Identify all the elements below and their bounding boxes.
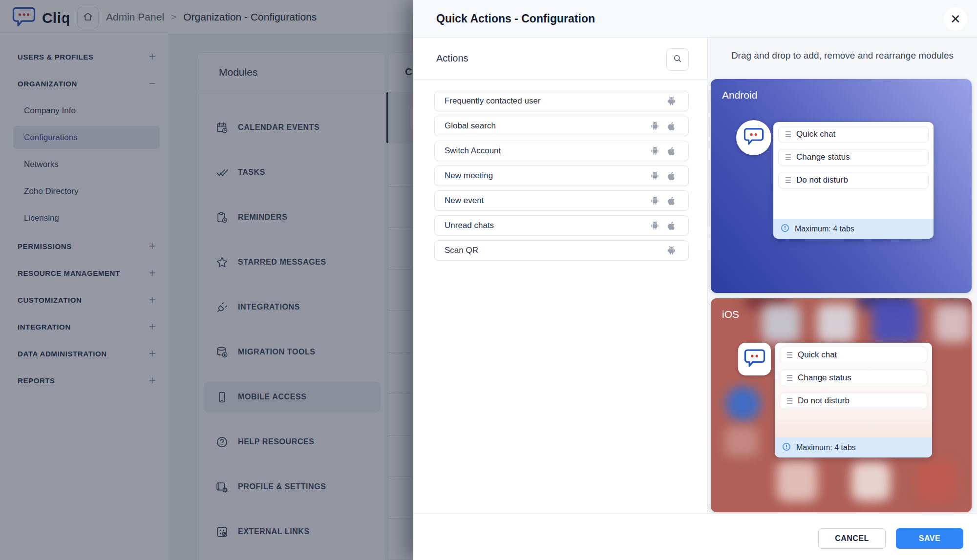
android-max-note: Maximum: 4 tabs xyxy=(773,219,934,239)
actions-heading: Actions xyxy=(436,53,468,64)
tab-label: Do not disturb xyxy=(796,175,848,185)
apple-icon xyxy=(666,221,677,231)
action-item-scan-qr[interactable]: Scan QR xyxy=(434,240,689,261)
action-item-label: New meeting xyxy=(445,171,493,181)
cliq-bubble-icon xyxy=(743,349,766,370)
android-tab-do-not-disturb[interactable]: Do not disturb xyxy=(778,172,929,188)
platform-icons xyxy=(650,146,677,156)
ios-preview-panel: iOS Quick chatChange statusDo not distur… xyxy=(711,298,972,512)
android-icon xyxy=(650,196,660,206)
ios-tabs-card: Quick chatChange statusDo not disturb Ma… xyxy=(775,343,932,457)
drag-handle-icon[interactable] xyxy=(786,154,791,160)
drag-handle-icon[interactable] xyxy=(787,352,792,358)
action-item-global-search[interactable]: Global search xyxy=(434,116,689,136)
ios-tab-do-not-disturb[interactable]: Do not disturb xyxy=(780,393,927,409)
apple-icon xyxy=(666,146,677,156)
android-tab-quick-chat[interactable]: Quick chat xyxy=(778,126,929,143)
cliq-bubble-icon xyxy=(743,127,765,148)
android-icon xyxy=(666,96,677,106)
info-icon xyxy=(780,223,790,235)
max-tabs-text: Maximum: 4 tabs xyxy=(795,225,854,233)
actions-column: Actions Frequently contacted userGlobal … xyxy=(413,38,708,513)
blurred-app-icon xyxy=(851,462,891,501)
action-item-unread-chats[interactable]: Unread chats xyxy=(434,215,689,236)
tab-label: Quick chat xyxy=(796,129,835,139)
blurred-app-icon xyxy=(935,304,971,342)
modal-footer: CANCEL SAVE xyxy=(413,513,977,560)
info-icon xyxy=(782,442,791,454)
action-item-switch-account[interactable]: Switch Account xyxy=(434,141,689,161)
ios-panel-label: iOS xyxy=(722,309,739,320)
action-item-new-event[interactable]: New event xyxy=(434,190,689,211)
android-tab-change-status[interactable]: Change status xyxy=(778,149,929,166)
ios-tabs-list: Quick chatChange statusDo not disturb xyxy=(780,347,927,415)
drag-handle-icon[interactable] xyxy=(786,131,791,137)
tab-label: Do not disturb xyxy=(798,396,850,406)
android-icon xyxy=(650,221,660,231)
modal-header: Quick Actions - Configuration ✕ xyxy=(413,0,977,38)
search-button[interactable] xyxy=(666,48,689,71)
cliq-app-icon xyxy=(738,343,771,375)
drag-handle-icon[interactable] xyxy=(787,398,792,404)
drag-drop-hint: Drag and drop to add, remove and rearran… xyxy=(708,50,977,61)
actions-list: Frequently contacted userGlobal searchSw… xyxy=(434,91,689,265)
drag-handle-icon[interactable] xyxy=(787,375,792,381)
blurred-app-icon xyxy=(777,460,818,501)
action-item-label: Scan QR xyxy=(445,246,478,255)
platform-icons xyxy=(650,121,677,131)
platform-icons xyxy=(650,171,677,181)
save-button[interactable]: SAVE xyxy=(896,528,963,549)
tab-label: Quick chat xyxy=(798,350,837,360)
tab-label: Change status xyxy=(798,373,851,383)
android-icon xyxy=(650,121,660,131)
android-tabs-list: Quick chatChange statusDo not disturb xyxy=(778,126,929,195)
blurred-app-icon xyxy=(725,386,761,421)
action-item-label: Frequently contacted user xyxy=(445,96,541,106)
android-panel-label: Android xyxy=(722,89,757,101)
quick-actions-modal: Quick Actions - Configuration ✕ Actions … xyxy=(413,0,977,560)
actions-header: Actions xyxy=(413,38,707,80)
android-tabs-card: Quick chatChange statusDo not disturb Ma… xyxy=(773,122,934,239)
drag-handle-icon[interactable] xyxy=(786,177,791,183)
action-item-new-meeting[interactable]: New meeting xyxy=(434,166,689,186)
action-item-label: Global search xyxy=(445,121,496,131)
blurred-app-icon xyxy=(916,460,957,501)
platform-icons xyxy=(666,96,677,106)
modal-dim-overlay[interactable] xyxy=(0,0,413,560)
ios-tab-change-status[interactable]: Change status xyxy=(780,370,927,386)
blurred-app-icon xyxy=(762,304,800,342)
android-preview-panel: Android Quick chatChange statusDo not di… xyxy=(711,79,972,293)
platform-icons xyxy=(666,246,677,256)
android-icon xyxy=(666,246,677,256)
android-icon xyxy=(650,171,660,181)
apple-icon xyxy=(666,121,677,131)
modal-title: Quick Actions - Configuration xyxy=(436,12,595,25)
app-screen: Cliq Admin Panel > Organization - Config… xyxy=(0,0,977,560)
action-item-frequently-contacted-user[interactable]: Frequently contacted user xyxy=(434,91,689,111)
max-tabs-text: Maximum: 4 tabs xyxy=(796,443,856,452)
ios-max-note: Maximum: 4 tabs xyxy=(775,437,932,457)
apple-icon xyxy=(666,171,677,181)
blurred-app-icon xyxy=(817,304,855,342)
cliq-app-avatar xyxy=(736,120,771,155)
close-icon[interactable]: ✕ xyxy=(944,7,967,31)
apple-icon xyxy=(666,196,677,206)
platform-icons xyxy=(650,196,677,206)
cancel-button[interactable]: CANCEL xyxy=(818,528,886,549)
blurred-app-icon xyxy=(724,426,759,456)
action-item-label: New event xyxy=(445,196,484,206)
action-item-label: Unread chats xyxy=(445,221,494,230)
android-icon xyxy=(650,146,660,156)
tab-label: Change status xyxy=(796,152,850,162)
ios-tab-quick-chat[interactable]: Quick chat xyxy=(780,347,927,363)
platform-icons xyxy=(650,221,677,231)
action-item-label: Switch Account xyxy=(445,146,501,156)
blurred-app-icon xyxy=(872,300,919,344)
search-icon xyxy=(673,54,682,65)
